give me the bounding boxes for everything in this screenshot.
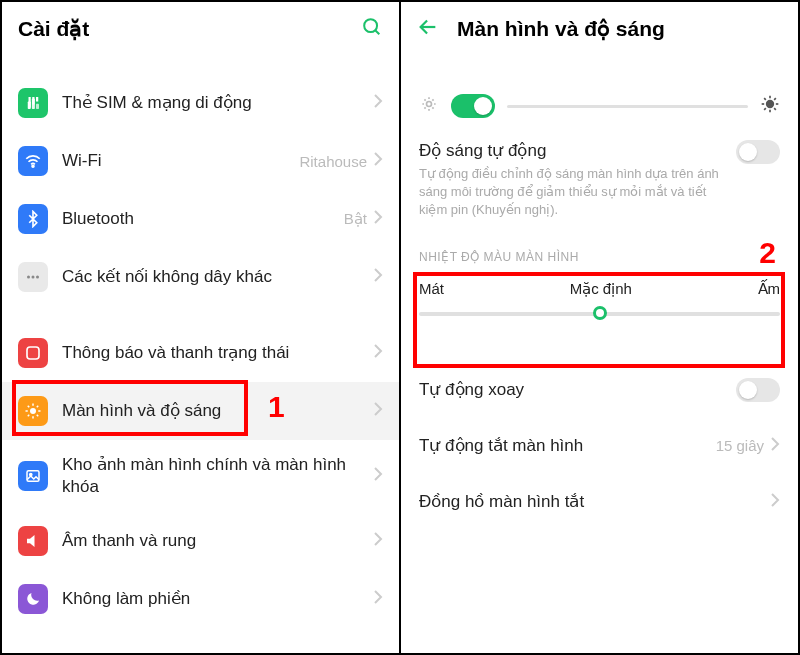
wifi-icon bbox=[18, 146, 48, 176]
temp-default-label: Mặc định bbox=[570, 280, 632, 298]
row-wifi[interactable]: Wi-Fi Ritahouse bbox=[2, 132, 399, 190]
row-label: Tự động xoay bbox=[419, 379, 736, 400]
chevron-right-icon bbox=[373, 267, 383, 287]
svg-line-30 bbox=[432, 99, 433, 100]
row-value: Ritahouse bbox=[299, 153, 367, 170]
chevron-right-icon bbox=[373, 151, 383, 171]
row-label: Thông báo và thanh trạng thái bbox=[62, 342, 373, 364]
row-label: Kho ảnh màn hình chính và màn hình khóa bbox=[62, 454, 373, 498]
row-label: Bluetooth bbox=[62, 208, 344, 230]
temp-warm-label: Ấm bbox=[758, 280, 781, 298]
sound-icon bbox=[18, 526, 48, 556]
settings-header: Cài đặt bbox=[2, 2, 399, 56]
row-label: Màn hình và độ sáng bbox=[62, 400, 373, 422]
row-sim[interactable]: Thẻ SIM & mạng di động bbox=[2, 74, 399, 132]
temp-cool-label: Mát bbox=[419, 280, 444, 298]
bluetooth-icon bbox=[18, 204, 48, 234]
slider-thumb[interactable] bbox=[593, 306, 607, 320]
svg-line-39 bbox=[774, 98, 776, 100]
row-bluetooth[interactable]: Bluetooth Bật bbox=[2, 190, 399, 248]
notification-icon bbox=[18, 338, 48, 368]
chevron-right-icon bbox=[373, 401, 383, 421]
svg-rect-9 bbox=[27, 347, 39, 359]
row-aod[interactable]: Đồng hồ màn hình tắt bbox=[401, 474, 798, 530]
auto-rotate-toggle[interactable] bbox=[736, 378, 780, 402]
svg-line-1 bbox=[375, 30, 379, 34]
svg-line-38 bbox=[764, 108, 766, 110]
chevron-right-icon bbox=[373, 531, 383, 551]
svg-rect-19 bbox=[27, 471, 39, 482]
svg-rect-2 bbox=[28, 102, 31, 110]
more-icon bbox=[18, 262, 48, 292]
display-header: Màn hình và độ sáng bbox=[401, 2, 798, 56]
chevron-right-icon bbox=[373, 343, 383, 363]
svg-line-27 bbox=[424, 99, 425, 100]
row-value: 15 giây bbox=[716, 437, 764, 454]
settings-pane: Cài đặt Thẻ SIM & mạng di động Wi-Fi Rit… bbox=[2, 2, 401, 653]
brightness-row bbox=[401, 74, 798, 130]
row-screen-timeout[interactable]: Tự động tắt màn hình 15 giây bbox=[401, 418, 798, 474]
svg-line-28 bbox=[432, 107, 433, 108]
row-auto-rotate[interactable]: Tự động xoay bbox=[401, 362, 798, 418]
row-dnd[interactable]: Không làm phiền bbox=[2, 570, 399, 628]
display-settings-pane: Màn hình và độ sáng Độ sáng tự động Tự đ… bbox=[401, 2, 798, 653]
svg-line-29 bbox=[424, 107, 425, 108]
svg-rect-4 bbox=[36, 104, 39, 109]
sim-icon bbox=[18, 88, 48, 118]
annotation-number-1: 1 bbox=[268, 390, 285, 424]
color-temp-section: NHIỆT ĐỘ MÀU MÀN HÌNH Mát Mặc định Ấm bbox=[401, 238, 798, 338]
row-wallpaper[interactable]: Kho ảnh màn hình chính và màn hình khóa bbox=[2, 440, 399, 512]
row-label: Đồng hồ màn hình tắt bbox=[419, 491, 770, 512]
row-display[interactable]: Màn hình và độ sáng bbox=[2, 382, 399, 440]
sun-high-icon bbox=[760, 94, 780, 118]
svg-line-15 bbox=[28, 406, 30, 408]
chevron-right-icon bbox=[770, 492, 780, 512]
row-label: Tự động tắt màn hình bbox=[419, 435, 716, 456]
chevron-right-icon bbox=[373, 589, 383, 609]
auto-brightness-toggle[interactable] bbox=[736, 140, 780, 164]
svg-rect-3 bbox=[32, 99, 35, 110]
svg-line-17 bbox=[28, 415, 30, 417]
svg-point-5 bbox=[32, 165, 34, 167]
row-more-connections[interactable]: Các kết nối không dây khác bbox=[2, 248, 399, 306]
chevron-right-icon bbox=[373, 93, 383, 113]
chevron-right-icon bbox=[770, 436, 780, 456]
auto-brightness-title: Độ sáng tự động bbox=[419, 140, 724, 161]
row-label: Thẻ SIM & mạng di động bbox=[62, 92, 373, 114]
svg-point-31 bbox=[767, 101, 774, 108]
display-title: Màn hình và độ sáng bbox=[457, 17, 665, 41]
svg-line-37 bbox=[774, 108, 776, 110]
row-label: Âm thanh và rung bbox=[62, 530, 373, 552]
auto-brightness-block: Độ sáng tự động Tự động điều chỉnh độ sá… bbox=[401, 130, 798, 238]
sun-low-icon bbox=[419, 94, 439, 118]
svg-point-8 bbox=[36, 276, 39, 279]
svg-line-36 bbox=[764, 98, 766, 100]
brightness-slider[interactable] bbox=[507, 105, 748, 108]
svg-point-10 bbox=[30, 408, 36, 414]
row-value: Bật bbox=[344, 210, 367, 228]
svg-point-22 bbox=[427, 102, 432, 107]
moon-icon bbox=[18, 584, 48, 614]
svg-line-16 bbox=[37, 415, 39, 417]
brightness-toggle[interactable] bbox=[451, 94, 495, 118]
svg-line-18 bbox=[37, 406, 39, 408]
annotation-number-2: 2 bbox=[759, 236, 776, 270]
color-temp-header: NHIỆT ĐỘ MÀU MÀN HÌNH bbox=[419, 250, 780, 264]
gallery-icon bbox=[18, 461, 48, 491]
svg-point-0 bbox=[364, 19, 377, 32]
row-sound[interactable]: Âm thanh và rung bbox=[2, 512, 399, 570]
row-notifications[interactable]: Thông báo và thanh trạng thái bbox=[2, 324, 399, 382]
row-label: Wi-Fi bbox=[62, 150, 299, 172]
settings-title: Cài đặt bbox=[18, 17, 89, 41]
back-icon[interactable] bbox=[417, 16, 439, 42]
chevron-right-icon bbox=[373, 466, 383, 486]
brightness-icon bbox=[18, 396, 48, 426]
color-temp-slider[interactable] bbox=[419, 312, 780, 316]
row-label: Không làm phiền bbox=[62, 588, 373, 610]
svg-point-7 bbox=[32, 276, 35, 279]
row-label: Các kết nối không dây khác bbox=[62, 266, 373, 288]
chevron-right-icon bbox=[373, 209, 383, 229]
auto-brightness-desc: Tự động điều chỉnh độ sáng màn hình dựa … bbox=[419, 165, 724, 220]
search-icon[interactable] bbox=[361, 16, 383, 42]
svg-point-6 bbox=[27, 276, 30, 279]
